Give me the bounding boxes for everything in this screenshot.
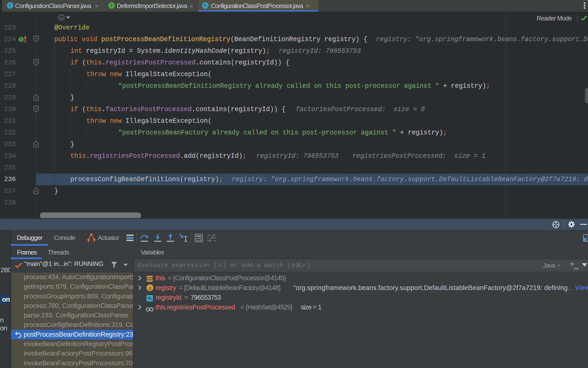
svg-text:p: p	[148, 285, 151, 291]
svg-text:01: 01	[148, 296, 152, 301]
svg-text:I: I	[20, 37, 22, 43]
